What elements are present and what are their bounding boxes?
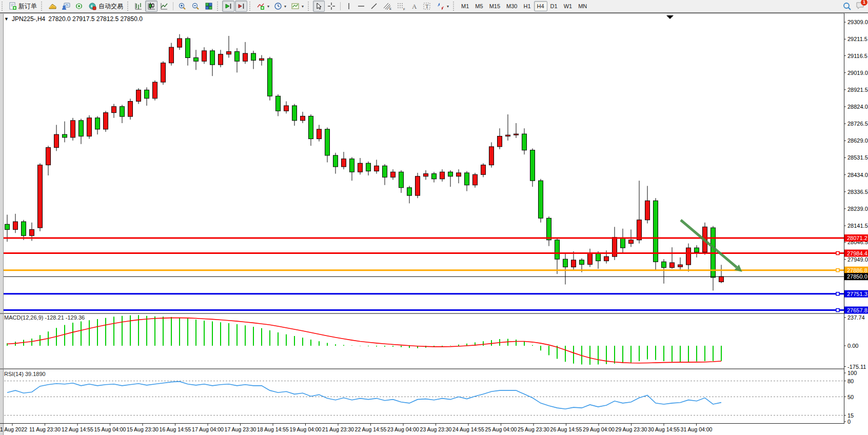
zoom-in-icon xyxy=(178,2,187,10)
macd-indicator-label: MACD(12,26,9) -128.21 -129.36 xyxy=(4,314,85,321)
equidistant-channel-icon: E xyxy=(383,2,392,10)
candlestick-chart-icon xyxy=(147,2,155,10)
tab-timeframe-h1[interactable]: H1 xyxy=(520,1,534,11)
equidistant-channel-button[interactable]: E xyxy=(381,1,394,12)
tab-timeframe-d1[interactable]: D1 xyxy=(547,1,561,11)
market-watch-button[interactable] xyxy=(60,1,72,12)
toolbar: 新订单 xyxy=(0,0,868,13)
svg-text:50: 50 xyxy=(847,394,854,400)
horizontal-line-button[interactable] xyxy=(355,1,367,12)
svg-text:25 Aug 23:30: 25 Aug 23:30 xyxy=(518,426,549,432)
alerts-button[interactable] xyxy=(73,1,86,12)
auto-trading-button[interactable]: 自动交易 xyxy=(86,1,125,12)
svg-text:23 Aug 23:30: 23 Aug 23:30 xyxy=(420,426,452,432)
svg-text:25 Aug 04:00: 25 Aug 04:00 xyxy=(485,426,517,432)
new-order-label: 新订单 xyxy=(18,2,37,11)
candlestick-chart-button[interactable] xyxy=(145,1,157,12)
tab-timeframe-mn[interactable]: MN xyxy=(575,1,590,11)
notification-badge: 1 xyxy=(861,0,867,6)
tab-timeframe-m1[interactable]: M1 xyxy=(458,1,472,11)
line-handle[interactable] xyxy=(836,252,839,255)
chart-ohlc-title: ▼ JPN225-,H4 27820.0 27917.5 27812.5 278… xyxy=(4,15,143,23)
svg-text:28921.5: 28921.5 xyxy=(847,87,868,93)
search-icon[interactable] xyxy=(843,2,852,11)
fibonacci-button[interactable]: F xyxy=(394,1,408,12)
svg-text:237.74: 237.74 xyxy=(847,314,865,321)
cursor-icon xyxy=(315,2,323,10)
fibonacci-icon: F xyxy=(397,2,406,10)
svg-text:29 Aug 23:30: 29 Aug 23:30 xyxy=(616,426,647,432)
templates-button[interactable]: ▾ xyxy=(289,1,306,12)
line-handle[interactable] xyxy=(836,269,839,272)
line-chart-icon xyxy=(160,2,168,10)
tab-timeframe-m5[interactable]: M5 xyxy=(472,1,486,11)
auto-scroll-icon xyxy=(224,2,232,10)
toolbar-grip xyxy=(2,2,5,11)
arrows-dropdown-icon[interactable]: ▾ xyxy=(447,4,449,9)
svg-text:28141.5: 28141.5 xyxy=(847,223,868,229)
chart-shift-button[interactable] xyxy=(235,1,247,12)
svg-text:16 Aug 14:55: 16 Aug 14:55 xyxy=(160,426,191,432)
svg-text:29116.5: 29116.5 xyxy=(847,53,867,59)
zoom-out-button[interactable] xyxy=(189,1,202,12)
tile-windows-button[interactable] xyxy=(203,1,215,12)
indicators-dropdown-icon[interactable]: ▾ xyxy=(267,4,269,9)
zoom-in-button[interactable] xyxy=(176,1,189,12)
line-chart-button[interactable] xyxy=(158,1,170,12)
bar-chart-button[interactable] xyxy=(132,1,145,12)
svg-text:21 Aug 23:30: 21 Aug 23:30 xyxy=(322,426,354,432)
svg-text:28629.0: 28629.0 xyxy=(847,137,868,144)
price-line-label: 27984.4 xyxy=(847,250,867,256)
price-axis[interactable]: 29309.029211.529116.529019.028921.528824… xyxy=(844,13,868,425)
text-label-button[interactable]: T xyxy=(421,1,433,12)
price-line-label: 28071.2 xyxy=(847,235,867,241)
line-handle[interactable] xyxy=(836,309,839,312)
toolbar-grip xyxy=(249,2,252,11)
trendline-button[interactable] xyxy=(368,1,380,12)
svg-text:11 Aug 2022: 11 Aug 2022 xyxy=(0,426,27,432)
chart-canvas[interactable]: 29309.029211.529116.529019.028921.528824… xyxy=(0,0,868,435)
auto-scroll-button[interactable] xyxy=(222,1,234,12)
tab-timeframe-h4[interactable]: H4 xyxy=(534,1,547,11)
trendline-icon xyxy=(370,2,378,10)
templates-dropdown-icon[interactable]: ▾ xyxy=(302,4,304,9)
cursor-button[interactable] xyxy=(313,1,325,12)
svg-text:-175.11: -175.11 xyxy=(847,364,866,370)
symbol-dropdown-icon[interactable]: ▼ xyxy=(4,16,9,22)
toolbar-right: 1 xyxy=(843,0,865,12)
text-button[interactable]: A xyxy=(408,1,420,12)
svg-text:15 Aug 04:00: 15 Aug 04:00 xyxy=(94,426,126,432)
toolbar-grip xyxy=(127,2,130,11)
svg-text:28434.0: 28434.0 xyxy=(847,172,868,178)
svg-text:23 Aug 04:00: 23 Aug 04:00 xyxy=(387,426,419,432)
periods-dropdown-icon[interactable]: ▾ xyxy=(284,4,286,9)
vertical-line-button[interactable] xyxy=(343,1,354,12)
arrows-button[interactable]: ▾ xyxy=(434,1,451,12)
svg-text:17 Aug 04:00: 17 Aug 04:00 xyxy=(192,426,224,432)
line-handle[interactable] xyxy=(836,292,839,295)
text-label-icon: T xyxy=(423,2,431,10)
profiles-button[interactable] xyxy=(46,1,59,12)
svg-text:80: 80 xyxy=(847,378,854,384)
rsi-indicator-label: RSI(14) 39.1890 xyxy=(4,371,46,377)
svg-text:17 Aug 23:30: 17 Aug 23:30 xyxy=(225,426,257,432)
tab-timeframe-w1[interactable]: W1 xyxy=(561,1,576,11)
crosshair-button[interactable] xyxy=(325,1,338,12)
horizontal-line-icon xyxy=(357,2,365,10)
svg-text:0: 0 xyxy=(847,419,851,425)
periods-button[interactable]: ▾ xyxy=(272,1,288,12)
svg-text:24 Aug 14:55: 24 Aug 14:55 xyxy=(452,426,484,432)
tab-timeframe-m15[interactable]: M15 xyxy=(486,1,503,11)
svg-text:29309.0: 29309.0 xyxy=(847,19,868,25)
svg-text:29211.5: 29211.5 xyxy=(847,36,867,42)
notifications-button[interactable]: 1 xyxy=(856,1,865,12)
auto-trading-icon xyxy=(88,2,97,10)
indicators-button[interactable]: ▾ xyxy=(254,1,271,12)
market-watch-icon xyxy=(62,2,70,10)
svg-text:30 Aug 14:55: 30 Aug 14:55 xyxy=(648,426,680,432)
toolbar-grip xyxy=(41,2,44,11)
templates-icon xyxy=(291,2,300,10)
tab-timeframe-m30[interactable]: M30 xyxy=(503,1,520,11)
new-order-button[interactable]: 新订单 xyxy=(7,1,39,12)
svg-text:27949.0: 27949.0 xyxy=(847,256,868,263)
